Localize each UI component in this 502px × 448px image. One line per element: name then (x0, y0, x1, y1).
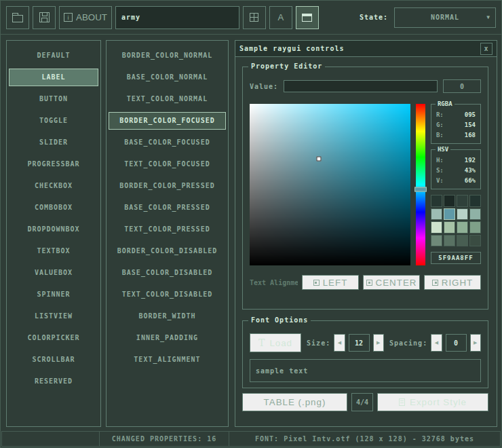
state-label: State: (360, 14, 388, 21)
v-label: V: (436, 176, 444, 186)
h-value: 192 (465, 155, 476, 166)
control-item-dropdownbox[interactable]: DROPDOWNBOX (7, 219, 100, 240)
about-button[interactable]: i ABOUT (59, 6, 112, 29)
align-left-button[interactable]: LEFT (302, 275, 359, 290)
font-load-label: Load (269, 338, 292, 348)
control-item-reserved[interactable]: RESERVED (7, 371, 100, 392)
grid-snap-button[interactable] (243, 6, 266, 29)
floppy-icon (39, 12, 50, 22)
align-center-button[interactable]: CENTER (363, 275, 420, 290)
control-item-valuebox[interactable]: VALUEBOX (7, 262, 100, 284)
sample-text-input[interactable] (250, 359, 481, 382)
size-increment-button[interactable]: ▶ (373, 334, 384, 352)
property-item-border-color-disabled[interactable]: BORDER_COLOR_DISABLED (107, 240, 228, 262)
export-style-label: Export Style (410, 397, 467, 407)
property-item-text-color-pressed[interactable]: TEXT_COLOR_PRESSED (107, 219, 228, 240)
property-item-border-color-normal[interactable]: BORDER_COLOR_NORMAL (107, 45, 228, 67)
property-item-border-color-pressed[interactable]: BORDER_COLOR_PRESSED (107, 175, 228, 197)
hue-slider[interactable] (416, 104, 425, 265)
control-item-slider[interactable]: SLIDER (7, 132, 100, 153)
spacing-decrement-button[interactable]: ◀ (431, 334, 442, 352)
style-name-input[interactable] (115, 6, 239, 29)
s-value: 43% (465, 166, 476, 176)
control-item-spinner[interactable]: SPINNER (7, 284, 100, 305)
control-item-scrollbar[interactable]: SCROLLBAR (7, 349, 100, 371)
load-style-button[interactable] (6, 6, 29, 29)
control-item-button[interactable]: BUTTON (7, 88, 100, 110)
palette-swatch[interactable] (457, 235, 468, 247)
control-item-combobox[interactable]: COMBOBOX (7, 197, 100, 219)
value-input[interactable] (284, 80, 438, 92)
rgba-group: RGBA R:095 G:154 B:168 (431, 104, 481, 144)
font-load-button[interactable]: T Load (250, 333, 301, 352)
palette-swatch[interactable] (457, 195, 468, 207)
sample-window-titlebar[interactable]: Sample raygui controls x (235, 41, 497, 57)
style-view-button[interactable] (296, 6, 319, 29)
property-item-text-color-disabled[interactable]: TEXT_COLOR_DISABLED (107, 284, 228, 305)
export-row: TABLE (.png) 4/4 Export Style (242, 393, 488, 411)
r-value: 095 (465, 110, 476, 120)
align-left-icon (313, 280, 320, 286)
palette-swatch[interactable] (431, 195, 442, 207)
close-button[interactable]: x (480, 43, 493, 55)
close-icon: x (484, 45, 488, 52)
property-item-text-color-focused[interactable]: TEXT_COLOR_FOCUSED (107, 153, 228, 175)
property-item-base-color-normal[interactable]: BASE_COLOR_NORMAL (107, 67, 228, 88)
control-item-listview[interactable]: LISTVIEW (7, 305, 100, 327)
palette-swatch[interactable] (457, 221, 468, 234)
palette-swatch[interactable] (469, 235, 481, 247)
save-style-button[interactable] (33, 6, 56, 29)
text-alignment-row: Text Alignment: LEFT CENTER RIGHT (250, 275, 481, 290)
control-item-textbox[interactable]: TEXTBOX (7, 240, 100, 262)
control-item-checkbox[interactable]: CHECKBOX (7, 175, 100, 197)
value-spinner-box[interactable]: 0 (443, 79, 481, 93)
palette-swatch[interactable] (444, 195, 455, 207)
align-center-label: CENTER (376, 278, 417, 288)
palette-swatch[interactable] (469, 208, 481, 221)
hsv-group-label: HSV (436, 146, 450, 153)
palette-swatch[interactable] (469, 195, 481, 207)
pages-indicator[interactable]: 4/4 (351, 393, 373, 411)
property-item-border-width[interactable]: BORDER_WIDTH (107, 305, 228, 327)
font-row: T Load Size: ◀ 12 ▶ Spacing: ◀ 0 ▶ (250, 333, 481, 352)
font-options-group-label: Font Options (248, 316, 311, 324)
sv-gradient[interactable] (250, 104, 410, 265)
export-style-button[interactable]: Export Style (377, 393, 488, 411)
control-item-colorpicker[interactable]: COLORPICKER (7, 327, 100, 349)
property-item-inner-padding[interactable]: INNER_PADDING (107, 327, 228, 349)
palette-swatch[interactable] (431, 208, 442, 221)
control-item-progressbar[interactable]: PROGRESSBAR (7, 153, 100, 175)
property-item-border-color-focused[interactable]: BORDER_COLOR_FOCUSED (109, 112, 226, 130)
font-spacing-value[interactable]: 0 (446, 334, 467, 352)
hex-value-box[interactable]: 5F9AA8FF (431, 252, 481, 264)
palette-swatch[interactable] (431, 221, 442, 234)
control-item-toggle[interactable]: TOGGLE (7, 110, 100, 132)
property-item-text-color-normal[interactable]: TEXT_COLOR_NORMAL (107, 88, 228, 110)
v-value: 66% (465, 176, 476, 186)
font-tool-button[interactable]: A (269, 6, 292, 29)
palette-swatch[interactable] (444, 221, 455, 234)
control-item-label[interactable]: LABEL (9, 69, 98, 86)
property-item-base-color-focused[interactable]: BASE_COLOR_FOCUSED (107, 132, 228, 153)
palette-swatch[interactable] (444, 235, 455, 247)
palette-swatch-selected[interactable] (444, 208, 455, 221)
font-size-value[interactable]: 12 (349, 334, 370, 352)
palette-swatch[interactable] (431, 235, 442, 247)
font-a-icon: A (278, 12, 284, 22)
sv-cursor[interactable] (316, 156, 321, 161)
hsv-h-row: H:192 (434, 155, 478, 166)
palette-swatch[interactable] (469, 221, 481, 234)
property-item-text-alignment[interactable]: TEXT_ALIGNMENT (107, 349, 228, 371)
property-item-base-color-disabled[interactable]: BASE_COLOR_DISABLED (107, 262, 228, 284)
table-png-button[interactable]: TABLE (.png) (242, 393, 347, 411)
hue-handle[interactable] (414, 187, 427, 192)
spacing-increment-button[interactable]: ▶ (470, 334, 481, 352)
align-left-label: LEFT (323, 278, 348, 288)
palette-swatch[interactable] (457, 208, 468, 221)
align-right-button[interactable]: RIGHT (424, 275, 481, 290)
size-decrement-button[interactable]: ◀ (334, 334, 345, 352)
color-picker-area: RGBA R:095 G:154 B:168 HSV H:192 S:43% V… (250, 104, 481, 265)
control-item-default[interactable]: DEFAULT (7, 45, 100, 67)
property-item-base-color-pressed[interactable]: BASE_COLOR_PRESSED (107, 197, 228, 219)
state-dropdown[interactable]: NORMAL ▼ (394, 7, 496, 28)
